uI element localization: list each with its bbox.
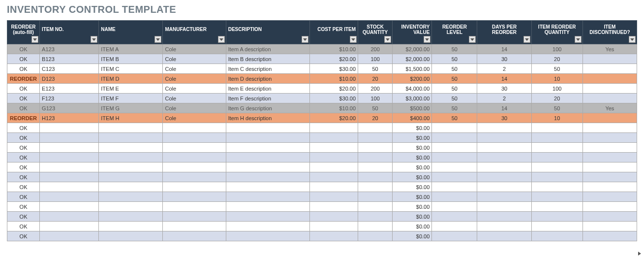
cell-stock[interactable] [358, 172, 393, 182]
cell-days[interactable] [477, 202, 531, 212]
cell-mfr[interactable] [163, 172, 226, 182]
cell-days[interactable] [477, 212, 531, 222]
cell-stock[interactable]: 200 [358, 44, 393, 54]
cell-item_no[interactable]: E123 [40, 84, 99, 94]
cell-name[interactable]: ITEM C [99, 64, 163, 74]
column-header-cost[interactable]: COST PER ITEM [309, 21, 358, 44]
cell-days[interactable]: 30 [477, 113, 531, 123]
cell-reorder[interactable]: OK [7, 64, 40, 74]
cell-cost[interactable] [309, 231, 358, 241]
cell-rqty[interactable]: 100 [531, 44, 583, 54]
filter-dropdown-icon[interactable] [91, 36, 97, 43]
cell-item_no[interactable]: A123 [40, 44, 99, 54]
cell-desc[interactable] [226, 162, 309, 172]
cell-reorder[interactable]: OK [7, 54, 40, 64]
cell-disc[interactable]: Yes [583, 103, 637, 113]
cell-level[interactable] [432, 222, 477, 231]
filter-dropdown-icon[interactable] [31, 36, 38, 43]
column-header-name[interactable]: NAME [99, 21, 163, 44]
cell-reorder[interactable]: OK [7, 172, 40, 182]
cell-cost[interactable]: $10.00 [309, 103, 358, 113]
table-row[interactable]: OK$0.00 [7, 172, 637, 182]
cell-cost[interactable]: $20.00 [309, 84, 358, 94]
cell-mfr[interactable] [163, 162, 226, 172]
cell-value[interactable]: $0.00 [393, 231, 432, 241]
cell-disc[interactable] [583, 172, 637, 182]
cell-level[interactable]: 50 [432, 94, 477, 103]
cell-rqty[interactable] [531, 222, 583, 231]
cell-level[interactable] [432, 212, 477, 222]
cell-desc[interactable]: Item B description [226, 54, 309, 64]
cell-mfr[interactable] [163, 123, 226, 133]
cell-reorder[interactable]: OK [7, 153, 40, 162]
cell-rqty[interactable] [531, 231, 583, 241]
cell-desc[interactable]: Item H description [226, 113, 309, 123]
table-row[interactable]: OK$0.00 [7, 162, 637, 172]
cell-name[interactable] [99, 172, 163, 182]
cell-desc[interactable] [226, 153, 309, 162]
cell-cost[interactable] [309, 162, 358, 172]
cell-level[interactable] [432, 153, 477, 162]
cell-reorder[interactable]: OK [7, 162, 40, 172]
cell-value[interactable]: $3,000.00 [393, 94, 432, 103]
cell-cost[interactable] [309, 153, 358, 162]
table-row[interactable]: OKE123ITEM EColeItem E description$20.00… [7, 84, 637, 94]
cell-value[interactable]: $500.00 [393, 103, 432, 113]
cell-name[interactable]: ITEM B [99, 54, 163, 64]
cell-disc[interactable] [583, 182, 637, 192]
cell-item_no[interactable] [40, 222, 99, 231]
cell-name[interactable] [99, 212, 163, 222]
cell-disc[interactable] [583, 123, 637, 133]
cell-mfr[interactable] [163, 182, 226, 192]
cell-days[interactable] [477, 182, 531, 192]
table-row[interactable]: OKF123ITEM FColeItem F description$30.00… [7, 94, 637, 103]
cell-mfr[interactable] [163, 192, 226, 202]
cell-value[interactable]: $1,500.00 [393, 64, 432, 74]
cell-disc[interactable] [583, 54, 637, 64]
cell-level[interactable] [432, 182, 477, 192]
cell-item_no[interactable]: C123 [40, 64, 99, 74]
cell-item_no[interactable] [40, 153, 99, 162]
cell-days[interactable]: 30 [477, 54, 531, 64]
table-row[interactable]: OKG123ITEM GColeItem G description$10.00… [7, 103, 637, 113]
cell-cost[interactable] [309, 202, 358, 212]
cell-stock[interactable]: 20 [358, 113, 393, 123]
cell-days[interactable]: 14 [477, 44, 531, 54]
cell-disc[interactable] [583, 222, 637, 231]
cell-level[interactable] [432, 202, 477, 212]
cell-mfr[interactable]: Cole [163, 54, 226, 64]
column-header-rqty[interactable]: ITEM REORDER QUANTITY [531, 21, 583, 44]
cell-level[interactable]: 50 [432, 113, 477, 123]
filter-dropdown-icon[interactable] [218, 36, 225, 43]
table-row[interactable]: REORDERD123ITEM DColeItem D description$… [7, 74, 637, 84]
cell-stock[interactable] [358, 202, 393, 212]
cell-item_no[interactable] [40, 143, 99, 153]
cell-reorder[interactable]: OK [7, 231, 40, 241]
cell-mfr[interactable] [163, 202, 226, 212]
cell-stock[interactable] [358, 231, 393, 241]
cell-desc[interactable]: Item E description [226, 84, 309, 94]
cell-level[interactable]: 50 [432, 103, 477, 113]
cell-value[interactable]: $400.00 [393, 113, 432, 123]
table-row[interactable]: OK$0.00 [7, 222, 637, 231]
column-header-level[interactable]: REORDER LEVEL [432, 21, 477, 44]
cell-level[interactable]: 50 [432, 64, 477, 74]
cell-days[interactable]: 30 [477, 84, 531, 94]
cell-rqty[interactable] [531, 212, 583, 222]
cell-stock[interactable] [358, 222, 393, 231]
cell-item_no[interactable] [40, 192, 99, 202]
column-header-value[interactable]: INVENTORY VALUE [393, 21, 432, 44]
cell-cost[interactable]: $20.00 [309, 113, 358, 123]
cell-mfr[interactable] [163, 231, 226, 241]
cell-disc[interactable]: Yes [583, 44, 637, 54]
cell-days[interactable]: 14 [477, 74, 531, 84]
cell-desc[interactable]: Item D description [226, 74, 309, 84]
cell-item_no[interactable] [40, 212, 99, 222]
cell-stock[interactable] [358, 192, 393, 202]
cell-desc[interactable] [226, 172, 309, 182]
cell-disc[interactable] [583, 212, 637, 222]
cell-rqty[interactable] [531, 192, 583, 202]
cell-value[interactable]: $0.00 [393, 182, 432, 192]
cell-stock[interactable]: 200 [358, 84, 393, 94]
cell-mfr[interactable] [163, 133, 226, 143]
